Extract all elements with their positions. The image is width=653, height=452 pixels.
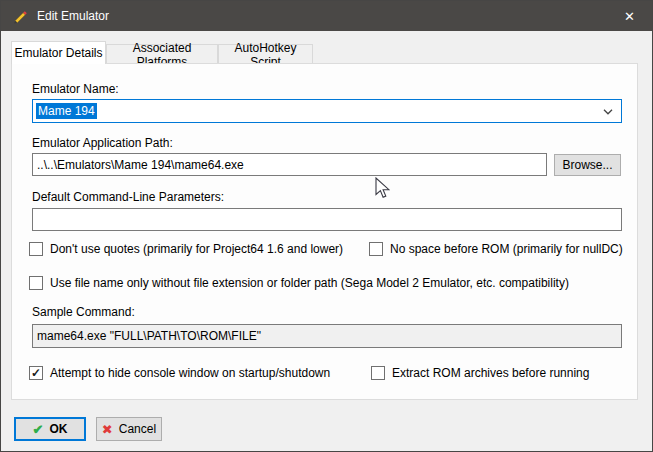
default-params-input[interactable] <box>32 208 622 231</box>
close-button[interactable]: ✕ <box>607 1 652 31</box>
no-space-before-rom-row: No space before ROM (primarily for nullD… <box>369 242 623 256</box>
close-icon: ✕ <box>624 9 635 24</box>
hide-console-row: ✓ Attempt to hide console window on star… <box>29 366 330 380</box>
extract-rom-label: Extract ROM archives before running <box>392 366 589 380</box>
emulator-name-combobox[interactable]: Mame 194 <box>32 99 622 123</box>
use-file-name-only-row: Use file name only without file extensio… <box>29 276 569 290</box>
application-path-input[interactable]: ..\..\Emulators\Mame 194\mame64.exe <box>32 153 547 176</box>
dont-use-quotes-checkbox[interactable] <box>29 242 43 256</box>
ok-check-icon: ✔ <box>33 422 44 437</box>
no-space-before-rom-checkbox[interactable] <box>369 242 383 256</box>
emulator-name-label: Emulator Name: <box>32 82 119 96</box>
dont-use-quotes-label: Don't use quotes (primarily for Project6… <box>50 242 343 256</box>
browse-button[interactable]: Browse... <box>554 154 621 176</box>
tab-emulator-details[interactable]: Emulator Details <box>11 41 106 64</box>
cancel-button[interactable]: ✖ Cancel <box>96 417 162 441</box>
sample-command-value: mame64.exe "FULL\PATH\TO\ROM\FILE" <box>37 329 261 343</box>
extract-rom-checkbox[interactable] <box>371 366 385 380</box>
tab-label: Emulator Details <box>14 46 102 60</box>
cancel-button-label: Cancel <box>119 422 156 436</box>
sample-command-label: Sample Command: <box>32 305 135 319</box>
cancel-x-icon: ✖ <box>102 422 113 437</box>
sample-command-field: mame64.exe "FULL\PATH\TO\ROM\FILE" <box>32 324 622 348</box>
browse-button-label: Browse... <box>562 158 612 172</box>
hide-console-label: Attempt to hide console window on startu… <box>50 366 330 380</box>
no-space-before-rom-label: No space before ROM (primarily for nullD… <box>390 242 623 256</box>
use-file-name-only-label: Use file name only without file extensio… <box>50 276 569 290</box>
pencil-icon <box>12 8 28 24</box>
window-title: Edit Emulator <box>37 9 109 23</box>
ok-button-label: OK <box>49 422 67 436</box>
extract-rom-row: Extract ROM archives before running <box>371 366 589 380</box>
edit-emulator-dialog: Edit Emulator ✕ Emulator Details Associa… <box>0 0 653 452</box>
use-file-name-only-checkbox[interactable] <box>29 276 43 290</box>
dont-use-quotes-row: Don't use quotes (primarily for Project6… <box>29 242 343 256</box>
titlebar: Edit Emulator ✕ <box>1 1 652 31</box>
tab-associated-platforms[interactable]: Associated Platforms <box>106 44 218 64</box>
ok-button[interactable]: ✔ OK <box>14 417 86 441</box>
default-params-label: Default Command-Line Parameters: <box>32 190 224 204</box>
application-path-value: ..\..\Emulators\Mame 194\mame64.exe <box>37 158 244 172</box>
chevron-down-icon[interactable] <box>603 109 613 115</box>
application-path-label: Emulator Application Path: <box>32 136 173 150</box>
hide-console-checkbox[interactable]: ✓ <box>29 366 43 380</box>
tab-autohotkey-script[interactable]: AutoHotkey Script <box>218 44 313 64</box>
emulator-name-value: Mame 194 <box>36 103 97 119</box>
